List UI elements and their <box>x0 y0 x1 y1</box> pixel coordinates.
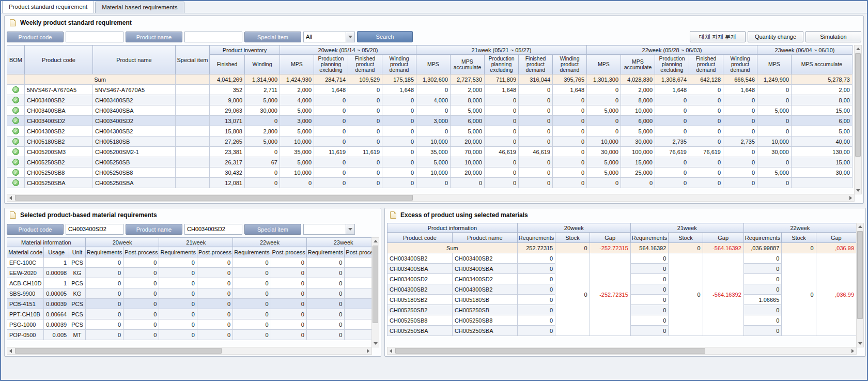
bom-cell[interactable]: ✓ <box>7 167 25 178</box>
value-cell: 0 <box>553 147 587 157</box>
unit-cell: KG <box>69 268 86 278</box>
column-header-production-planning-excluding: Production planning excluding <box>485 55 519 74</box>
product-row-ch004300sb2[interactable]: ✓CH004300SB2CH004300SB215,8082,8005,0000… <box>7 126 853 136</box>
bom-check-icon: ✓ <box>12 169 19 176</box>
bom-cell[interactable]: ✓ <box>7 136 25 147</box>
product-row-ch005200sm3[interactable]: ✓CH005200SM3CH005200SM2-123,381035,00011… <box>7 147 853 157</box>
scroll-down-button[interactable] <box>372 340 379 347</box>
column-header-post-process: Post-process <box>197 247 233 257</box>
bom-cell[interactable]: ✓ <box>7 95 25 105</box>
material-row-acb-ch10d[interactable]: ACB-CH10D1PCS00000000 <box>7 278 373 288</box>
quantity-change-button[interactable]: Quantity change <box>748 31 803 42</box>
bom-cell[interactable]: ✓ <box>7 126 25 136</box>
bom-cell[interactable]: ✓ <box>7 85 25 95</box>
hscroll-thumb[interactable] <box>395 348 705 354</box>
material-special-item-selected-value <box>303 224 346 235</box>
hscroll-thumb[interactable] <box>15 348 222 354</box>
value-cell: 0 <box>485 136 519 147</box>
simulation-button[interactable]: Simulation <box>805 31 861 42</box>
special-item-select[interactable]: All <box>303 32 355 42</box>
product-row-ch005250sb2[interactable]: ✓CH005250SB2CH005250SB26,317675,0000005,… <box>7 157 853 167</box>
material-row-psg-1000[interactable]: PSG-10000.00039PCS00000000 <box>7 319 373 330</box>
scroll-down-button[interactable] <box>857 340 863 347</box>
product-row-5nvs467-a7670a5[interactable]: ✓5NVS467-A7670A55NVS467-A7670A53522,7112… <box>7 85 853 95</box>
alternate-material-button[interactable]: 대체 자재 분개 <box>690 31 746 42</box>
scroll-up-button[interactable] <box>857 223 863 230</box>
scroll-left-button[interactable] <box>7 194 14 201</box>
material-product-name-input[interactable] <box>184 224 242 235</box>
product-row-ch003400sb2[interactable]: ✓CH003400SB2CH003400SB29,0005,0004,00000… <box>7 95 853 105</box>
scroll-right-button[interactable] <box>849 347 856 354</box>
value-cell: 0 <box>197 268 233 278</box>
material-row-efc-100c[interactable]: EFC-100C1PCS00000000 <box>7 257 373 268</box>
scroll-left-button[interactable] <box>7 347 14 354</box>
product-name-input[interactable] <box>184 32 242 42</box>
material-product-name-label-button[interactable]: Product name <box>126 224 182 235</box>
value-cell: 0 <box>723 126 757 136</box>
scroll-left-button[interactable] <box>388 347 394 354</box>
tab-material-based-requirements[interactable]: Material-based requirements <box>95 2 184 13</box>
dropdown-arrow-icon[interactable] <box>346 224 355 235</box>
sum-value-cell: 1,308,674 <box>655 74 689 85</box>
sum-requirements-cell: 564.16392 <box>630 243 668 253</box>
excess-grid-hscrollbar[interactable] <box>387 347 857 355</box>
material-row-ppt-ch10b[interactable]: PPT-CH10B0.00664PCS00000000 <box>7 309 373 319</box>
bom-cell[interactable]: ✓ <box>7 105 25 116</box>
material-grid-vscrollbar[interactable] <box>371 237 379 347</box>
product-code-label-button[interactable]: Product code <box>7 32 64 42</box>
special-item-cell <box>176 95 210 105</box>
value-cell: 0 <box>519 126 553 136</box>
product-row-ch003400sba[interactable]: ✓CH003400SBACH003400SBA29,06330,0005,000… <box>7 105 853 116</box>
weekly-grid-viewport: BOMProduct codeProduct nameSpecial itemP… <box>7 45 855 194</box>
bom-cell[interactable]: ✓ <box>7 116 25 126</box>
search-button[interactable]: Search <box>357 31 413 42</box>
material-grid: Material information20week21week22week23… <box>7 237 372 340</box>
scroll-up-button[interactable] <box>372 238 379 245</box>
material-product-code-input[interactable] <box>66 224 123 235</box>
special-item-label-button[interactable]: Special item <box>244 32 301 42</box>
material-row-eew-2020[interactable]: EEW-20200.00098KG00000000 <box>7 268 373 278</box>
product-name-label-button[interactable]: Product name <box>126 32 182 42</box>
excess-row-ch003400sb2[interactable]: CH003400SB2CH003400SB200-252.7231500-564… <box>388 253 857 264</box>
material-product-code-label-button[interactable]: Product code <box>7 224 64 235</box>
product-name-cell: CH003400SB2 <box>452 253 517 264</box>
value-cell: 8,00 <box>792 95 853 105</box>
material-grid-hscrollbar[interactable] <box>7 347 372 355</box>
tab-product-standard-requirement[interactable]: Product standard requirement <box>2 1 94 13</box>
product-row-ch005250sba[interactable]: ✓CH005250SBACH005250SBA12,08100000000000… <box>7 178 853 188</box>
bom-cell[interactable]: ✓ <box>7 147 25 157</box>
column-header-requirements: Requirements <box>85 247 123 257</box>
product-code-cell: CH003400SD2 <box>25 116 93 126</box>
hscroll-thumb[interactable] <box>15 195 413 201</box>
scroll-down-button[interactable] <box>855 187 861 194</box>
dropdown-arrow-icon[interactable] <box>346 32 355 42</box>
product-row-ch003400sd2[interactable]: ✓CH003400SD2CH003400SD213,07103,0000003,… <box>7 116 853 126</box>
bom-cell[interactable]: ✓ <box>7 157 25 167</box>
product-row-ch005180sb2[interactable]: ✓CH005180SB2CH005180SB27,2655,00010,0000… <box>7 136 853 147</box>
scroll-right-button[interactable] <box>365 347 371 354</box>
weekly-grid-hscrollbar[interactable] <box>7 194 855 202</box>
scroll-right-button[interactable] <box>847 194 854 201</box>
special-item-cell <box>176 178 210 188</box>
weekly-grid-vscrollbar[interactable] <box>854 45 862 194</box>
vscroll-thumb[interactable] <box>373 246 378 323</box>
bom-cell[interactable]: ✓ <box>7 178 25 188</box>
excess-grid-vscrollbar[interactable] <box>856 223 864 347</box>
material-row-pop-0500[interactable]: POP-05000.005MT00000000 <box>7 330 373 340</box>
value-cell: 0 <box>655 116 689 126</box>
material-row-pcb-4151[interactable]: PCB-41510.00039PCS00000000 <box>7 299 373 309</box>
value-cell: 0 <box>519 85 553 95</box>
value-cell: 15,00 <box>792 105 853 116</box>
material-special-item-select[interactable] <box>303 224 355 235</box>
stock-merged-cell: 0 <box>669 253 703 336</box>
vscroll-thumb[interactable] <box>857 231 863 319</box>
product-row-ch005250sb8[interactable]: ✓CH005250SB8CH005250SB830,432010,0000001… <box>7 167 853 178</box>
product-code-input[interactable] <box>66 32 123 42</box>
material-row-sbs-9900[interactable]: SBS-99000.00005KG00000000 <box>7 288 373 299</box>
material-special-item-label-button[interactable]: Special item <box>244 224 301 235</box>
special-item-cell <box>176 105 210 116</box>
value-cell: 0 <box>85 319 123 330</box>
product-name-cell: CH005250SB8 <box>93 167 176 178</box>
scroll-up-button[interactable] <box>855 45 861 52</box>
vscroll-thumb[interactable] <box>855 53 861 157</box>
